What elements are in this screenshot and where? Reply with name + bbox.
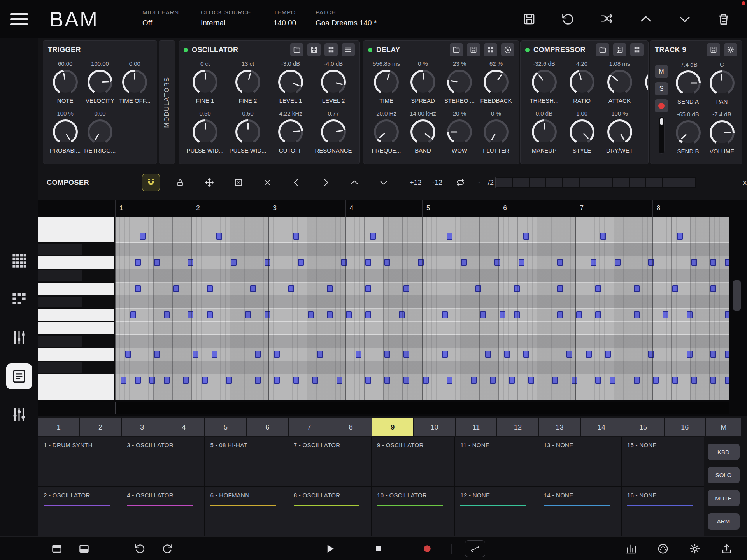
- midi-note[interactable]: [677, 233, 683, 240]
- midi-note[interactable]: [317, 351, 323, 358]
- track-cell[interactable]: 12 - NONE: [455, 487, 537, 537]
- midi-note[interactable]: [687, 351, 693, 358]
- undo-button[interactable]: [129, 537, 151, 560]
- midi-note[interactable]: [327, 311, 333, 318]
- midi-note[interactable]: [337, 377, 342, 384]
- levels-view-button[interactable]: [620, 537, 642, 560]
- solo-button[interactable]: SOLO: [708, 467, 740, 483]
- midi-note[interactable]: [121, 377, 126, 384]
- midi-note[interactable]: [149, 377, 155, 384]
- midi-note[interactable]: [346, 311, 352, 318]
- track-tab-16[interactable]: 16: [665, 418, 705, 436]
- knob-dial[interactable]: [193, 119, 217, 144]
- length-segment[interactable]: [596, 178, 612, 187]
- midi-note[interactable]: [250, 285, 256, 292]
- track-tab-8[interactable]: 8: [330, 418, 371, 436]
- piano-key-white[interactable]: [38, 348, 114, 361]
- preset-save-button[interactable]: [613, 43, 626, 56]
- mixer-view-button[interactable]: [6, 402, 32, 427]
- midi-note[interactable]: [710, 351, 716, 358]
- track-cell[interactable]: 6 - HOFMANN: [205, 487, 288, 537]
- knob-dial[interactable]: [676, 120, 701, 145]
- length-double-button[interactable]: x2: [743, 179, 747, 187]
- knob-dial[interactable]: [447, 119, 472, 144]
- panel-menu-button[interactable]: [342, 43, 355, 56]
- track-cell[interactable]: 11 - NONE: [455, 437, 537, 486]
- grid-row[interactable]: [115, 374, 729, 387]
- midi-note[interactable]: [634, 311, 640, 318]
- track-cell[interactable]: 4 - OSCILLATOR: [121, 487, 204, 537]
- knob-dial[interactable]: [645, 70, 649, 95]
- midi-note[interactable]: [265, 259, 270, 266]
- knob-dial[interactable]: [532, 119, 557, 144]
- solo-button[interactable]: S: [655, 82, 668, 95]
- grid-row[interactable]: [115, 348, 729, 361]
- knob-dial[interactable]: [321, 70, 346, 95]
- midi-note[interactable]: [490, 377, 496, 384]
- shift-left-button[interactable]: [288, 174, 305, 191]
- arm-button[interactable]: ARM: [708, 513, 740, 530]
- loop-button[interactable]: [451, 174, 469, 191]
- midi-note[interactable]: [725, 377, 729, 384]
- knob-dial[interactable]: [278, 119, 303, 144]
- knob-dial[interactable]: [710, 70, 735, 95]
- midi-note[interactable]: [403, 285, 409, 292]
- midi-note[interactable]: [523, 233, 529, 240]
- grid-row[interactable]: [115, 295, 729, 309]
- midi-note[interactable]: [595, 377, 601, 384]
- knob-dial[interactable]: [570, 119, 594, 144]
- clock-source-value[interactable]: Internal: [201, 19, 251, 27]
- knob-dial[interactable]: [235, 70, 260, 95]
- midi-note[interactable]: [418, 259, 424, 266]
- piano-key-black[interactable]: [38, 361, 114, 374]
- automation-button[interactable]: [465, 540, 485, 557]
- midi-note[interactable]: [710, 285, 716, 292]
- midi-note[interactable]: [687, 311, 693, 318]
- track-cell[interactable]: 1 - DRUM SYNTH: [38, 437, 121, 486]
- midi-note[interactable]: [255, 351, 261, 358]
- midi-note[interactable]: [423, 377, 429, 384]
- composer-view-button[interactable]: [6, 363, 32, 389]
- grid-row[interactable]: [115, 283, 729, 296]
- midi-note[interactable]: [207, 311, 213, 318]
- velocity-lane[interactable]: [115, 402, 729, 414]
- midi-note[interactable]: [130, 311, 136, 318]
- grid-row[interactable]: [115, 335, 729, 348]
- track-cell[interactable]: 3 - OSCILLATOR: [121, 437, 204, 486]
- lock-button[interactable]: [171, 174, 189, 191]
- length-minus-button[interactable]: -: [478, 179, 480, 187]
- midi-note[interactable]: [672, 377, 678, 384]
- piano-key-white[interactable]: [38, 256, 114, 269]
- midi-note[interactable]: [475, 285, 481, 292]
- grid-view-button[interactable]: [484, 43, 497, 56]
- midi-note[interactable]: [509, 377, 515, 384]
- track-cell[interactable]: 10 - OSCILLATOR: [372, 487, 454, 537]
- piano-key-white[interactable]: [38, 283, 114, 296]
- shift-down-button[interactable]: [375, 174, 393, 191]
- midi-note[interactable]: [212, 351, 217, 358]
- midi-note[interactable]: [125, 351, 131, 358]
- knob-dial[interactable]: [278, 70, 303, 95]
- knob-dial[interactable]: [235, 119, 260, 144]
- midi-note[interactable]: [691, 259, 697, 266]
- midi-note[interactable]: [514, 285, 520, 292]
- grid-row[interactable]: [115, 217, 729, 230]
- midi-note[interactable]: [648, 351, 654, 358]
- midi-note[interactable]: [135, 285, 141, 292]
- piano-key-white[interactable]: [38, 230, 114, 243]
- step-sequencer-view-button[interactable]: [6, 286, 32, 312]
- midi-note[interactable]: [725, 351, 729, 358]
- preset-folder-button[interactable]: [596, 43, 609, 56]
- midi-note[interactable]: [528, 377, 534, 384]
- length-segment[interactable]: [613, 178, 629, 187]
- grid-row[interactable]: [115, 387, 729, 400]
- grid-row[interactable]: [115, 361, 729, 374]
- knob-dial[interactable]: [53, 70, 78, 95]
- track-cell[interactable]: 16 - NONE: [622, 487, 704, 537]
- play-button[interactable]: [319, 537, 341, 560]
- length-segment[interactable]: [496, 178, 512, 187]
- patch-value[interactable]: Goa Dreams 140 *: [316, 19, 377, 27]
- export-button[interactable]: [716, 537, 738, 560]
- power-indicator[interactable]: [525, 48, 530, 52]
- midi-note[interactable]: [164, 377, 170, 384]
